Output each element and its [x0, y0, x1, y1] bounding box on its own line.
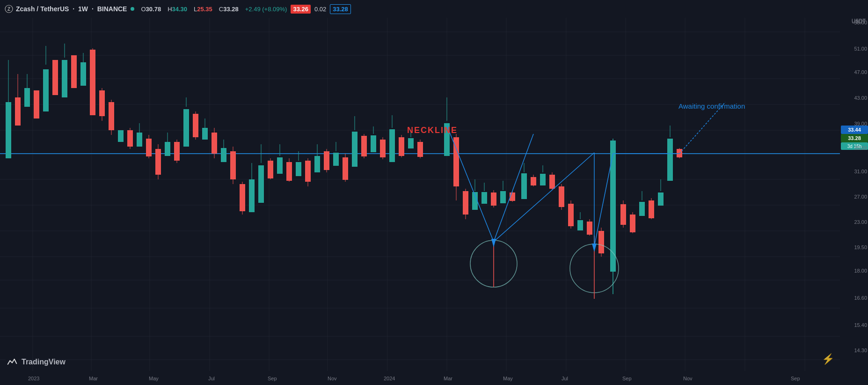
x-label-sep-2023: Sep [268, 376, 277, 381]
y-label-27: 27.00 [854, 194, 867, 200]
svg-rect-87 [268, 161, 273, 178]
x-label-sep-2024: Sep [622, 376, 632, 381]
svg-rect-45 [71, 55, 77, 88]
svg-rect-83 [249, 179, 255, 212]
svg-rect-139 [531, 177, 536, 185]
svg-rect-41 [52, 60, 58, 95]
svg-rect-63 [155, 149, 161, 175]
y-label-31: 31.00 [854, 169, 867, 174]
svg-rect-91 [286, 162, 292, 181]
chart-container: Z Zcash / TetherUS · 1W · BINANCE O30.78… [0, 0, 868, 385]
ohlc-open: O30.78 [141, 6, 161, 13]
neckline-label: NECKLINE [407, 126, 458, 135]
svg-rect-53 [109, 102, 114, 130]
svg-rect-153 [610, 141, 616, 272]
x-label-jul-2023: Jul [208, 376, 215, 381]
svg-rect-79 [230, 151, 236, 179]
svg-rect-67 [174, 142, 180, 161]
ohlc-high: H34.30 [168, 6, 187, 13]
x-label-mar-2023: Mar [89, 376, 98, 381]
usdt-top: USDT [852, 19, 866, 24]
price-tag-red: 33.26 [291, 5, 311, 14]
ohlc-low: L25.35 [194, 6, 212, 13]
chart-svg [0, 18, 840, 371]
svg-rect-101 [333, 153, 339, 166]
lightning-icon[interactable]: ⚡ [822, 353, 834, 365]
neckline-price-label: 33.44 [841, 126, 868, 134]
svg-rect-147 [568, 204, 574, 226]
svg-rect-99 [324, 151, 329, 170]
svg-rect-155 [598, 231, 604, 253]
svg-rect-167 [667, 139, 673, 181]
svg-rect-55 [118, 130, 124, 142]
tradingview-text: TradingView [22, 358, 66, 366]
x-label-2023: 2023 [28, 376, 39, 381]
y-label-51: 51.00 [854, 46, 867, 52]
svg-rect-137 [521, 173, 527, 199]
awaiting-confirmation-label: Awaiting confirmation [678, 102, 745, 110]
ohlc-close: C33.28 [219, 6, 239, 13]
svg-rect-33 [15, 97, 21, 126]
svg-rect-97 [314, 156, 320, 172]
svg-rect-93 [296, 162, 301, 176]
svg-rect-49 [90, 50, 95, 115]
svg-rect-43 [62, 60, 67, 97]
y-label-39: 39.00 [854, 121, 867, 126]
svg-rect-159 [630, 215, 635, 232]
svg-rect-111 [380, 140, 386, 157]
svg-rect-39 [43, 69, 49, 111]
svg-rect-31 [6, 102, 11, 158]
x-label-2024: 2024 [384, 376, 395, 381]
y-label-1430: 14.30 [854, 348, 867, 353]
symbol-title: Z Zcash / TetherUS · 1W · BINANCE [5, 5, 127, 13]
svg-rect-157 [620, 204, 626, 225]
svg-rect-95 [305, 161, 311, 182]
svg-rect-119 [417, 142, 423, 157]
current-price-label: 33.28 [841, 134, 868, 142]
svg-rect-149 [577, 220, 583, 230]
svg-text:Z: Z [7, 7, 10, 12]
svg-rect-109 [371, 135, 376, 152]
ohlc-change: +2.49 (+8.09%) [245, 6, 287, 13]
svg-rect-69 [183, 109, 189, 147]
svg-rect-165 [658, 192, 664, 206]
svg-rect-107 [361, 136, 367, 156]
svg-rect-81 [240, 184, 245, 211]
svg-rect-75 [212, 133, 217, 154]
x-label-jul-2024: Jul [562, 376, 568, 381]
svg-rect-73 [202, 128, 208, 140]
svg-rect-61 [146, 139, 152, 156]
tradingview-logo: TradingView [6, 355, 66, 369]
svg-rect-77 [221, 148, 226, 162]
svg-rect-59 [137, 133, 142, 147]
y-label-1660: 16.60 [854, 295, 867, 301]
svg-rect-89 [277, 157, 283, 174]
y-label-43: 43.00 [854, 95, 867, 101]
svg-rect-125 [463, 191, 468, 215]
svg-rect-35 [24, 88, 30, 107]
svg-rect-131 [491, 192, 496, 206]
svg-rect-47 [80, 62, 86, 86]
svg-rect-65 [165, 142, 170, 156]
y-label-1540: 15.40 [854, 322, 867, 328]
svg-rect-71 [193, 114, 198, 137]
x-label-may-2024: May [503, 376, 513, 381]
y-label-23: 23.00 [854, 219, 867, 225]
price-diff: 0.02 [314, 6, 326, 13]
svg-rect-51 [99, 90, 105, 116]
svg-rect-113 [389, 129, 395, 162]
svg-rect-161 [639, 202, 645, 216]
svg-rect-103 [343, 157, 348, 180]
price-tag-blue: 33.28 [330, 4, 351, 14]
y-label-18: 18.00 [854, 268, 867, 274]
x-label-mar-2024: Mar [444, 376, 452, 381]
y-label-47: 47.00 [854, 69, 867, 75]
svg-rect-145 [559, 186, 564, 207]
x-label-may-2023: May [149, 376, 159, 381]
y-label-1950: 19.50 [854, 244, 867, 250]
y-label-35: 35.00 [854, 145, 867, 151]
svg-rect-163 [649, 200, 654, 218]
svg-rect-37 [34, 90, 39, 118]
svg-rect-151 [587, 222, 592, 235]
live-dot [131, 7, 134, 11]
